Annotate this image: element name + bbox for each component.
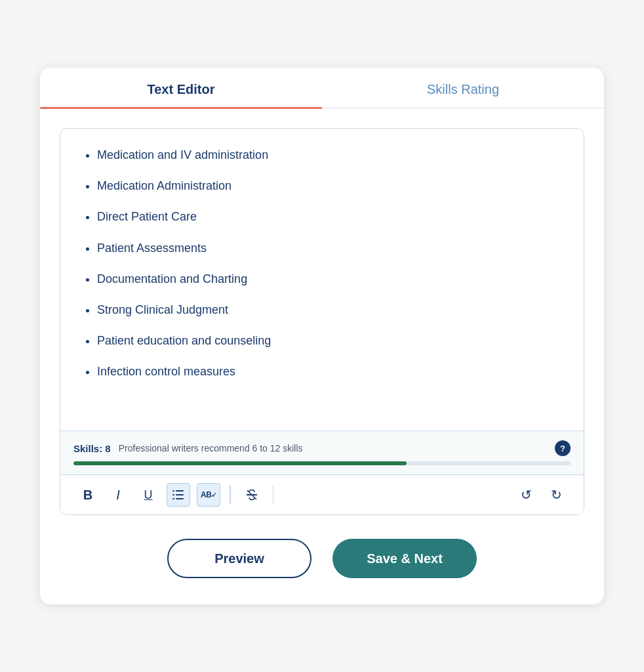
svg-rect-4	[172, 494, 174, 495]
list-item: Strong Clinical Judgment	[97, 302, 563, 318]
spellcheck-button[interactable]: AB✓	[197, 483, 220, 507]
list-item: Infection control measures	[97, 364, 563, 380]
strikethrough-button[interactable]	[240, 483, 264, 507]
bold-button[interactable]: B	[76, 483, 100, 507]
help-icon[interactable]: ?	[555, 440, 571, 456]
list-item: Patient education and counseling	[97, 333, 563, 349]
list-item: Medication and IV administration	[97, 147, 563, 163]
main-container: Text Editor Skills Rating Medication and…	[40, 68, 604, 604]
toolbar-divider-2	[273, 486, 274, 504]
skills-info: Skills: 8 Professional writers recommend…	[73, 440, 571, 456]
preview-button[interactable]: Preview	[167, 539, 312, 578]
tab-bar: Text Editor Skills Rating	[40, 68, 604, 108]
editor-toolbar: B I U AB✓	[60, 474, 584, 514]
skills-progress-bar	[73, 461, 571, 465]
svg-rect-1	[176, 494, 184, 495]
skills-hint: Professional writers recommend 6 to 12 s…	[119, 443, 303, 453]
redo-button[interactable]: ↻	[544, 483, 568, 507]
italic-button[interactable]: I	[106, 483, 130, 507]
svg-rect-3	[172, 490, 174, 492]
toolbar-divider-1	[230, 486, 231, 504]
skills-bar-section: Skills: 8 Professional writers recommend…	[60, 430, 584, 474]
underline-button[interactable]: U	[136, 483, 160, 507]
action-buttons: Preview Save & Next	[40, 539, 604, 578]
list-item: Direct Patient Care	[97, 209, 563, 225]
undo-button[interactable]: ↺	[514, 483, 538, 507]
save-next-button[interactable]: Save & Next	[332, 539, 477, 578]
list-item: Documentation and Charting	[97, 271, 563, 287]
editor-wrapper: Medication and IV administration Medicat…	[60, 128, 584, 515]
svg-rect-5	[172, 498, 174, 499]
skills-list: Medication and IV administration Medicat…	[81, 147, 563, 381]
tab-skills-rating[interactable]: Skills Rating	[322, 68, 604, 108]
skills-label: Skills: 8	[73, 443, 111, 454]
svg-rect-0	[176, 490, 184, 492]
tab-text-editor[interactable]: Text Editor	[40, 68, 322, 108]
list-item: Medication Administration	[97, 178, 563, 194]
editor-content[interactable]: Medication and IV administration Medicat…	[60, 129, 584, 430]
svg-rect-2	[176, 498, 184, 499]
list-item: Patient Assessments	[97, 240, 563, 257]
list-button[interactable]	[167, 483, 190, 507]
skills-progress-fill	[73, 461, 407, 465]
